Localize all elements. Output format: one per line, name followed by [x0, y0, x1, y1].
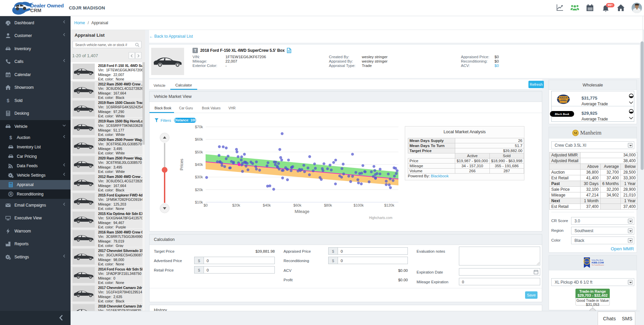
svg-text:$: $ — [7, 98, 9, 103]
svg-text:$120k: $120k — [384, 203, 394, 207]
svg-text:$40k: $40k — [195, 162, 203, 167]
svg-text:$70k: $70k — [195, 125, 203, 129]
svg-text:$: $ — [9, 135, 12, 140]
svg-text:$10k: $10k — [195, 200, 203, 204]
svg-text:Manheim: Manheim — [580, 130, 601, 136]
svg-text:Highcharts.com: Highcharts.com — [369, 216, 392, 220]
svg-text:$60k: $60k — [293, 203, 301, 207]
svg-text:R: R — [9, 192, 12, 196]
svg-text:$20k: $20k — [195, 188, 203, 192]
svg-text:Mileage: Mileage — [295, 209, 309, 214]
svg-text:Kelley Blue Book: Kelley Blue Book — [592, 259, 603, 261]
svg-text:KELLEY: KELLEY — [584, 261, 590, 262]
svg-text:Since 1933: Since 1933 — [560, 101, 567, 103]
svg-text:$20k: $20k — [232, 203, 240, 207]
svg-text:The Trusted Resource: The Trusted Resource — [592, 264, 604, 266]
svg-text:GUIDES: GUIDES — [560, 99, 566, 101]
svg-text:Black Book: Black Book — [554, 112, 569, 116]
svg-text:Prices: Prices — [179, 159, 184, 171]
svg-text:$50k: $50k — [195, 150, 203, 154]
svg-text:$60k: $60k — [195, 137, 203, 141]
svg-text:$30k: $30k — [195, 175, 203, 179]
svg-text:$40k: $40k — [263, 203, 271, 207]
svg-text:$100k: $100k — [354, 203, 364, 207]
svg-text:CRM: CRM — [30, 8, 41, 13]
svg-text:M: M — [574, 131, 577, 135]
svg-text:$0: $0 — [204, 203, 208, 207]
svg-text:KBB.COM: KBB.COM — [592, 261, 604, 264]
svg-text:$80k: $80k — [324, 203, 332, 207]
